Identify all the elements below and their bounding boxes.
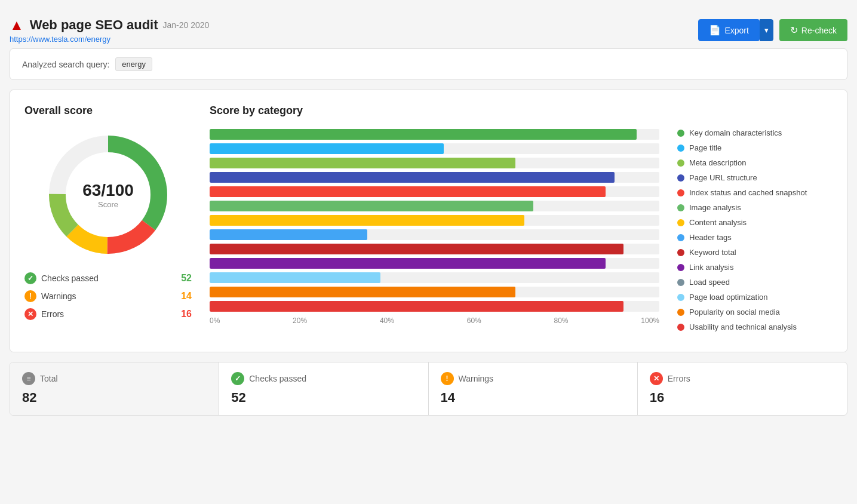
export-dropdown-button[interactable]: ▾ bbox=[760, 19, 773, 41]
bar-track-9 bbox=[210, 258, 659, 269]
legend-item-11: Page load optimization bbox=[677, 293, 833, 302]
score-by-category-section: Score by category 0%20%40%60%80%100% bbox=[192, 105, 677, 337]
summary-total-header: ≡ Total bbox=[22, 372, 207, 385]
legend-text-5: Image analysis bbox=[689, 203, 741, 212]
bar-fill-4 bbox=[210, 186, 606, 197]
legend-text-6: Content analysis bbox=[689, 218, 747, 227]
recheck-button[interactable]: ↻ Re-check bbox=[779, 19, 847, 41]
checks-passed-left: ✓ Checks passed bbox=[24, 272, 99, 284]
bar-fill-6 bbox=[210, 215, 524, 226]
legend-text-12: Popularity on social media bbox=[689, 308, 780, 316]
summary-err-cell: ✕ Errors 16 bbox=[638, 362, 847, 415]
errors-left: ✕ Errors bbox=[24, 308, 64, 320]
bar-fill-0 bbox=[210, 129, 637, 140]
export-button[interactable]: 📄 Export bbox=[698, 19, 759, 41]
legend-item-10: Load speed bbox=[677, 278, 833, 287]
legend-item-13: Usability and technical analysis bbox=[677, 322, 833, 331]
errors-icon: ✕ bbox=[24, 308, 36, 320]
checks-passed-value: 52 bbox=[181, 273, 192, 284]
legend-text-11: Page load optimization bbox=[689, 293, 768, 302]
bar-fill-11 bbox=[210, 287, 515, 297]
audit-url[interactable]: https://www.tesla.com/energy bbox=[10, 35, 209, 44]
legend-dot-13 bbox=[677, 324, 684, 331]
overall-score-heading: Overall score bbox=[24, 105, 192, 117]
logo-icon: ▲ bbox=[10, 17, 24, 33]
bar-track-12 bbox=[210, 301, 659, 312]
bar-row-3 bbox=[210, 172, 659, 183]
summary-pass-value: 52 bbox=[231, 390, 416, 405]
bar-fill-2 bbox=[210, 158, 515, 168]
overall-score-section: Overall score 63 bbox=[24, 105, 192, 337]
legend-dot-12 bbox=[677, 309, 684, 316]
summary-pass-label: Checks passed bbox=[249, 374, 306, 383]
legend-text-13: Usability and technical analysis bbox=[689, 322, 797, 331]
legend-dot-3 bbox=[677, 174, 684, 182]
legend-item-0: Key domain characteristics bbox=[677, 128, 833, 137]
summary-total-value: 82 bbox=[22, 390, 207, 405]
x-axis: 0%20%40%60%80%100% bbox=[210, 316, 659, 325]
x-label-4: 80% bbox=[554, 316, 569, 325]
bar-track-1 bbox=[210, 143, 659, 154]
bar-row-9 bbox=[210, 258, 659, 269]
bar-track-2 bbox=[210, 158, 659, 168]
bar-fill-7 bbox=[210, 229, 367, 240]
legend-dot-8 bbox=[677, 249, 684, 256]
header-left: ▲ Web page SEO audit Jan-20 2020 https:/… bbox=[10, 17, 209, 44]
main-card: Overall score 63 bbox=[10, 90, 847, 352]
summary-pass-icon: ✓ bbox=[231, 372, 244, 385]
bar-fill-12 bbox=[210, 301, 623, 312]
summary-total-label: Total bbox=[40, 374, 58, 383]
x-label-3: 60% bbox=[467, 316, 481, 325]
legend-section: Key domain characteristicsPage titleMeta… bbox=[677, 105, 833, 337]
bar-track-11 bbox=[210, 287, 659, 297]
warnings-icon: ! bbox=[24, 290, 36, 302]
search-bar-label: Analyzed search query: bbox=[22, 60, 109, 69]
bottom-summary: ≡ Total 82 ✓ Checks passed 52 ! Warnings… bbox=[10, 362, 847, 416]
bar-track-0 bbox=[210, 129, 659, 140]
summary-err-header: ✕ Errors bbox=[650, 372, 835, 385]
bar-track-6 bbox=[210, 215, 659, 226]
errors-row: ✕ Errors 16 bbox=[24, 308, 192, 320]
bar-row-0 bbox=[210, 129, 659, 140]
bar-fill-9 bbox=[210, 258, 606, 269]
legend-dot-0 bbox=[677, 130, 684, 137]
legend-dot-2 bbox=[677, 159, 684, 167]
legend-text-8: Keyword total bbox=[689, 248, 736, 257]
bar-fill-1 bbox=[210, 143, 444, 154]
bar-track-4 bbox=[210, 186, 659, 197]
header-title-section: ▲ Web page SEO audit Jan-20 2020 https:/… bbox=[10, 17, 209, 44]
bar-track-5 bbox=[210, 201, 659, 211]
legend-dot-4 bbox=[677, 189, 684, 196]
recheck-icon: ↻ bbox=[790, 24, 798, 36]
recheck-label: Re-check bbox=[801, 26, 837, 35]
x-label-0: 0% bbox=[210, 316, 220, 325]
page-header: ▲ Web page SEO audit Jan-20 2020 https:/… bbox=[10, 10, 847, 48]
bar-track-7 bbox=[210, 229, 659, 240]
bar-track-8 bbox=[210, 244, 659, 254]
donut-score-label: Score bbox=[82, 200, 134, 209]
legend-item-9: Link analysis bbox=[677, 263, 833, 272]
x-label-2: 40% bbox=[380, 316, 394, 325]
summary-total-cell: ≡ Total 82 bbox=[10, 362, 219, 415]
legend-item-3: Page URL structure bbox=[677, 173, 833, 182]
warnings-row: ! Warnings 14 bbox=[24, 290, 192, 302]
legend-dot-6 bbox=[677, 219, 684, 226]
legend-text-9: Link analysis bbox=[689, 263, 733, 272]
legend-dot-7 bbox=[677, 234, 684, 241]
search-bar: Analyzed search query: energy bbox=[10, 48, 847, 80]
main-card-inner: Overall score 63 bbox=[24, 105, 833, 337]
bar-row-5 bbox=[210, 201, 659, 211]
warnings-label: Warnings bbox=[41, 291, 76, 301]
legend-text-0: Key domain characteristics bbox=[689, 128, 782, 137]
legend-item-4: Index status and cached snapshot bbox=[677, 188, 833, 197]
legend-item-6: Content analysis bbox=[677, 218, 833, 227]
bar-chart bbox=[210, 129, 659, 312]
export-pdf-icon: 📄 bbox=[709, 24, 721, 36]
bar-row-6 bbox=[210, 215, 659, 226]
legend-dot-11 bbox=[677, 294, 684, 301]
legend-item-7: Header tags bbox=[677, 233, 833, 242]
bar-track-10 bbox=[210, 272, 659, 283]
bar-row-12 bbox=[210, 301, 659, 312]
legend-dot-1 bbox=[677, 145, 684, 152]
checks-passed-label: Checks passed bbox=[41, 273, 99, 283]
